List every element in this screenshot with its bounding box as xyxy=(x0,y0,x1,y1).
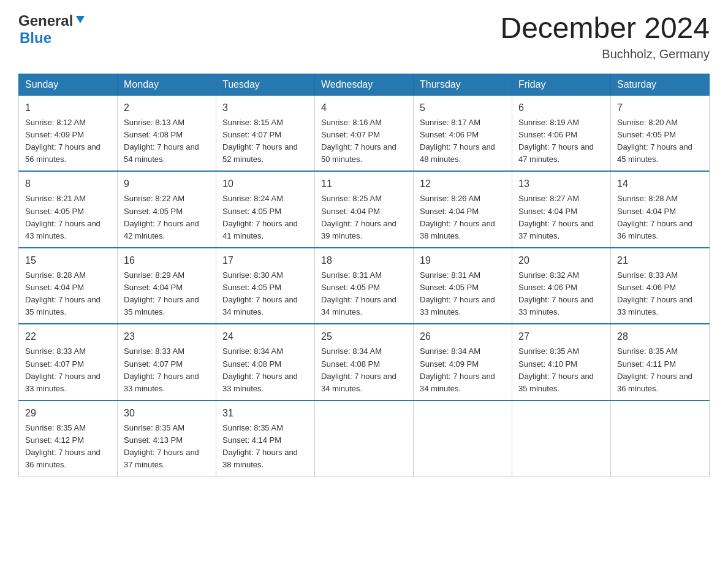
day-number: 17 xyxy=(222,253,308,268)
calendar-cell: 26Sunrise: 8:34 AMSunset: 4:09 PMDayligh… xyxy=(414,324,512,400)
day-info: Sunrise: 8:31 AMSunset: 4:05 PMDaylight:… xyxy=(321,269,407,319)
day-number: 1 xyxy=(25,101,111,115)
day-number: 3 xyxy=(222,101,308,115)
logo-triangle-icon xyxy=(75,15,86,28)
calendar-cell: 5Sunrise: 8:17 AMSunset: 4:06 PMDaylight… xyxy=(414,95,512,171)
calendar-cell: 4Sunrise: 8:16 AMSunset: 4:07 PMDaylight… xyxy=(315,95,414,171)
calendar-cell: 20Sunrise: 8:32 AMSunset: 4:06 PMDayligh… xyxy=(512,248,611,324)
day-number: 8 xyxy=(25,177,111,191)
location-text: Buchholz, Germany xyxy=(500,47,710,61)
day-info: Sunrise: 8:12 AMSunset: 4:09 PMDaylight:… xyxy=(25,117,111,166)
day-info: Sunrise: 8:35 AMSunset: 4:13 PMDaylight:… xyxy=(124,422,210,472)
calendar-cell: 31Sunrise: 8:35 AMSunset: 4:14 PMDayligh… xyxy=(216,400,315,477)
day-number: 25 xyxy=(321,329,407,344)
col-header-monday: Monday xyxy=(118,74,216,95)
day-info: Sunrise: 8:35 AMSunset: 4:12 PMDaylight:… xyxy=(25,422,111,472)
month-title: December 2024 xyxy=(500,12,710,45)
calendar-cell xyxy=(611,400,710,477)
day-info: Sunrise: 8:33 AMSunset: 4:07 PMDaylight:… xyxy=(124,345,210,395)
calendar-week-1: 1Sunrise: 8:12 AMSunset: 4:09 PMDaylight… xyxy=(19,95,710,171)
day-number: 21 xyxy=(617,253,703,268)
title-section: December 2024 Buchholz, Germany xyxy=(500,12,710,61)
day-number: 20 xyxy=(518,253,604,268)
day-info: Sunrise: 8:17 AMSunset: 4:06 PMDaylight:… xyxy=(420,117,506,166)
calendar-cell: 30Sunrise: 8:35 AMSunset: 4:13 PMDayligh… xyxy=(118,400,216,477)
calendar-cell: 14Sunrise: 8:28 AMSunset: 4:04 PMDayligh… xyxy=(611,171,710,248)
day-number: 31 xyxy=(222,406,308,421)
col-header-saturday: Saturday xyxy=(611,74,710,95)
col-header-friday: Friday xyxy=(512,74,611,95)
day-info: Sunrise: 8:15 AMSunset: 4:07 PMDaylight:… xyxy=(222,117,308,166)
calendar-week-5: 29Sunrise: 8:35 AMSunset: 4:12 PMDayligh… xyxy=(19,400,710,477)
day-info: Sunrise: 8:20 AMSunset: 4:05 PMDaylight:… xyxy=(617,117,703,166)
calendar-cell: 6Sunrise: 8:19 AMSunset: 4:06 PMDaylight… xyxy=(512,95,611,171)
day-number: 6 xyxy=(518,101,604,115)
day-number: 14 xyxy=(617,177,703,191)
calendar-cell: 21Sunrise: 8:33 AMSunset: 4:06 PMDayligh… xyxy=(611,248,710,324)
day-info: Sunrise: 8:26 AMSunset: 4:04 PMDaylight:… xyxy=(420,193,506,242)
day-info: Sunrise: 8:13 AMSunset: 4:08 PMDaylight:… xyxy=(124,117,210,166)
day-info: Sunrise: 8:33 AMSunset: 4:06 PMDaylight:… xyxy=(617,269,703,319)
calendar-table: SundayMondayTuesdayWednesdayThursdayFrid… xyxy=(18,74,710,477)
col-header-thursday: Thursday xyxy=(414,74,512,95)
col-header-wednesday: Wednesday xyxy=(315,74,414,95)
day-number: 16 xyxy=(124,253,210,268)
day-number: 4 xyxy=(321,101,407,115)
calendar-cell: 12Sunrise: 8:26 AMSunset: 4:04 PMDayligh… xyxy=(414,171,512,248)
day-info: Sunrise: 8:30 AMSunset: 4:05 PMDaylight:… xyxy=(222,269,308,319)
day-number: 30 xyxy=(124,406,210,421)
day-number: 28 xyxy=(617,329,703,344)
day-number: 11 xyxy=(321,177,407,191)
day-number: 22 xyxy=(25,329,111,344)
calendar-cell: 15Sunrise: 8:28 AMSunset: 4:04 PMDayligh… xyxy=(19,248,118,324)
calendar-cell: 2Sunrise: 8:13 AMSunset: 4:08 PMDaylight… xyxy=(118,95,216,171)
day-number: 24 xyxy=(222,329,308,344)
day-info: Sunrise: 8:27 AMSunset: 4:04 PMDaylight:… xyxy=(518,193,604,242)
logo: General Blue xyxy=(18,12,86,47)
calendar-cell: 16Sunrise: 8:29 AMSunset: 4:04 PMDayligh… xyxy=(118,248,216,324)
calendar-cell: 19Sunrise: 8:31 AMSunset: 4:05 PMDayligh… xyxy=(414,248,512,324)
logo-blue-text: Blue xyxy=(20,29,51,47)
day-number: 2 xyxy=(124,101,210,115)
calendar-cell: 28Sunrise: 8:35 AMSunset: 4:11 PMDayligh… xyxy=(611,324,710,400)
calendar-cell: 29Sunrise: 8:35 AMSunset: 4:12 PMDayligh… xyxy=(19,400,118,477)
day-info: Sunrise: 8:21 AMSunset: 4:05 PMDaylight:… xyxy=(25,193,111,242)
calendar-cell: 3Sunrise: 8:15 AMSunset: 4:07 PMDaylight… xyxy=(216,95,315,171)
day-number: 23 xyxy=(124,329,210,344)
day-info: Sunrise: 8:28 AMSunset: 4:04 PMDaylight:… xyxy=(617,193,703,242)
day-number: 10 xyxy=(222,177,308,191)
day-info: Sunrise: 8:35 AMSunset: 4:14 PMDaylight:… xyxy=(222,422,308,472)
day-number: 29 xyxy=(25,406,111,421)
day-info: Sunrise: 8:22 AMSunset: 4:05 PMDaylight:… xyxy=(124,193,210,242)
col-header-tuesday: Tuesday xyxy=(216,74,315,95)
day-info: Sunrise: 8:34 AMSunset: 4:09 PMDaylight:… xyxy=(420,345,506,395)
day-info: Sunrise: 8:24 AMSunset: 4:05 PMDaylight:… xyxy=(222,193,308,242)
calendar-cell: 9Sunrise: 8:22 AMSunset: 4:05 PMDaylight… xyxy=(118,171,216,248)
calendar-cell: 7Sunrise: 8:20 AMSunset: 4:05 PMDaylight… xyxy=(611,95,710,171)
day-info: Sunrise: 8:35 AMSunset: 4:10 PMDaylight:… xyxy=(518,345,604,395)
col-header-sunday: Sunday xyxy=(19,74,118,95)
day-number: 19 xyxy=(420,253,506,268)
day-number: 5 xyxy=(420,101,506,115)
calendar-cell xyxy=(512,400,611,477)
calendar-week-4: 22Sunrise: 8:33 AMSunset: 4:07 PMDayligh… xyxy=(19,324,710,400)
day-info: Sunrise: 8:19 AMSunset: 4:06 PMDaylight:… xyxy=(518,117,604,166)
page-header: General Blue December 2024 Buchholz, Ger… xyxy=(18,12,710,61)
calendar-cell: 23Sunrise: 8:33 AMSunset: 4:07 PMDayligh… xyxy=(118,324,216,400)
day-number: 15 xyxy=(25,253,111,268)
calendar-cell: 10Sunrise: 8:24 AMSunset: 4:05 PMDayligh… xyxy=(216,171,315,248)
day-info: Sunrise: 8:35 AMSunset: 4:11 PMDaylight:… xyxy=(617,345,703,395)
day-info: Sunrise: 8:33 AMSunset: 4:07 PMDaylight:… xyxy=(25,345,111,395)
calendar-cell: 11Sunrise: 8:25 AMSunset: 4:04 PMDayligh… xyxy=(315,171,414,248)
calendar-week-2: 8Sunrise: 8:21 AMSunset: 4:05 PMDaylight… xyxy=(19,171,710,248)
day-info: Sunrise: 8:32 AMSunset: 4:06 PMDaylight:… xyxy=(518,269,604,319)
calendar-cell: 18Sunrise: 8:31 AMSunset: 4:05 PMDayligh… xyxy=(315,248,414,324)
day-info: Sunrise: 8:29 AMSunset: 4:04 PMDaylight:… xyxy=(124,269,210,319)
calendar-cell: 13Sunrise: 8:27 AMSunset: 4:04 PMDayligh… xyxy=(512,171,611,248)
calendar-cell: 24Sunrise: 8:34 AMSunset: 4:08 PMDayligh… xyxy=(216,324,315,400)
logo-general-text: General xyxy=(18,12,73,29)
day-number: 12 xyxy=(420,177,506,191)
calendar-week-3: 15Sunrise: 8:28 AMSunset: 4:04 PMDayligh… xyxy=(19,248,710,324)
calendar-cell: 1Sunrise: 8:12 AMSunset: 4:09 PMDaylight… xyxy=(19,95,118,171)
day-info: Sunrise: 8:34 AMSunset: 4:08 PMDaylight:… xyxy=(321,345,407,395)
